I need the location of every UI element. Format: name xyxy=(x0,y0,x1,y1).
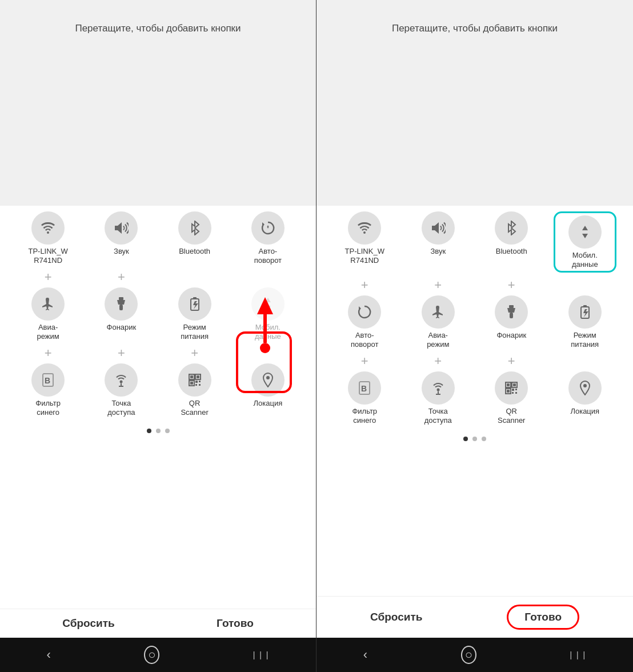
left-btn-bluefilter[interactable]: B Фильтрсинего xyxy=(17,363,79,417)
right-btn-location[interactable]: Локация xyxy=(554,371,616,423)
right-drag-hint-text: Перетащите, чтобы добавить кнопки xyxy=(392,23,558,34)
svg-point-43 xyxy=(583,384,587,387)
svg-rect-41 xyxy=(512,392,514,394)
left-btn-wifi-label: TP-LINK_WR741ND xyxy=(28,247,67,265)
svg-rect-18 xyxy=(199,384,201,386)
left-bottom-bar: Сбросить Готово xyxy=(0,609,316,638)
right-add-slot-1[interactable]: + xyxy=(333,277,396,293)
right-nav-bar: ‹ ○ | | | xyxy=(316,638,633,672)
svg-rect-14 xyxy=(197,375,199,378)
left-btn-flashlight[interactable]: Фонарик xyxy=(90,287,153,339)
right-btn-hotspot-label: Точкадоступа xyxy=(424,407,452,425)
right-home-icon[interactable]: ○ xyxy=(461,646,476,664)
right-add-row-2: + + + xyxy=(328,351,622,371)
svg-rect-20 xyxy=(199,381,201,382)
right-add-slot-3[interactable]: + xyxy=(480,277,543,293)
svg-marker-0 xyxy=(115,222,122,234)
right-drag-hint-area: Перетащите, чтобы добавить кнопки xyxy=(316,0,633,206)
right-btn-flashlight-label: Фонарик xyxy=(496,331,526,340)
svg-rect-25 xyxy=(510,313,513,318)
svg-point-8 xyxy=(120,381,123,383)
flashlight-icon xyxy=(105,287,138,321)
svg-rect-40 xyxy=(515,392,517,394)
right-add-slot-6[interactable]: + xyxy=(407,353,470,369)
left-back-icon[interactable]: ‹ xyxy=(47,647,51,662)
right-phone-panel: Перетащите, чтобы добавить кнопки TP-LIN… xyxy=(316,0,633,672)
left-btn-sound[interactable]: Звук xyxy=(90,211,153,263)
left-row-3: B Фильтрсинего Точкадоступа QRScanner xyxy=(11,363,305,417)
left-add-slot-1[interactable]: + xyxy=(17,269,79,285)
airplane-icon xyxy=(31,287,65,321)
left-reset-button[interactable]: Сбросить xyxy=(62,617,114,630)
right-add-slot-7[interactable]: + xyxy=(480,353,543,369)
right-mobiledata-icon xyxy=(568,215,602,249)
right-btn-qr-label: QRScanner xyxy=(498,407,525,425)
left-recent-icon[interactable]: | | | xyxy=(253,650,270,659)
sound-icon xyxy=(105,211,138,245)
right-dot-2 xyxy=(472,437,477,441)
left-nav-bar: ‹ ○ | | | xyxy=(0,638,316,672)
right-btn-bluefilter[interactable]: B Фильтрсинего xyxy=(333,371,396,425)
svg-point-21 xyxy=(266,376,270,379)
right-back-icon[interactable]: ‹ xyxy=(363,647,367,662)
right-recent-icon[interactable]: | | | xyxy=(570,650,586,659)
autorotate-icon xyxy=(251,211,285,245)
right-add-row-1: + + + xyxy=(328,275,622,295)
hotspot-icon xyxy=(105,363,138,397)
right-bottom-bar: Сбросить Готово xyxy=(316,596,633,638)
right-btn-powersave[interactable]: Режимпитания xyxy=(554,295,616,349)
left-home-icon[interactable]: ○ xyxy=(144,646,159,664)
svg-rect-3 xyxy=(119,305,123,310)
right-btn-hotspot[interactable]: Точкадоступа xyxy=(407,371,470,425)
left-btn-airplane[interactable]: Авиа-режим xyxy=(17,287,79,341)
right-btn-airplane[interactable]: Авиа-режим xyxy=(407,295,470,349)
left-dot-3 xyxy=(165,429,170,433)
right-dots xyxy=(328,427,622,446)
right-btn-autorotate[interactable]: Авто-поворот xyxy=(333,295,396,349)
left-btn-airplane-label: Авиа-режим xyxy=(37,323,59,341)
left-add-slot-6[interactable]: + xyxy=(90,345,153,361)
left-row-2: Авиа-режим Фонарик Режимпитания Мобил.да… xyxy=(11,287,305,341)
left-btn-wifi[interactable]: TP-LINK_WR741ND xyxy=(17,211,79,265)
right-add-slot-2[interactable]: + xyxy=(407,277,470,293)
left-add-slot-8 xyxy=(237,345,299,361)
left-btn-autorotate[interactable]: Авто-поворот xyxy=(237,211,299,265)
svg-text:B: B xyxy=(45,376,50,385)
right-btn-wifi[interactable]: TP-LINK_WR741ND xyxy=(333,211,396,265)
left-btn-location[interactable]: Локация xyxy=(237,363,299,415)
left-drag-hint-area: Перетащите, чтобы добавить кнопки xyxy=(0,0,316,206)
right-done-button[interactable]: Готово xyxy=(507,605,579,630)
svg-rect-12 xyxy=(190,375,193,378)
right-btn-bluetooth[interactable]: Bluetooth xyxy=(480,211,543,263)
right-autorotate-icon xyxy=(348,295,381,329)
left-add-slot-7[interactable]: + xyxy=(163,345,226,361)
right-btn-sound-label: Звук xyxy=(430,247,446,256)
left-add-row-1: + + xyxy=(11,267,305,287)
right-sound-icon xyxy=(422,211,455,245)
right-btn-mobiledata-label: Мобил.данные xyxy=(572,251,598,269)
left-btn-qr[interactable]: QRScanner xyxy=(163,363,226,417)
svg-rect-23 xyxy=(509,305,514,308)
right-btn-sound[interactable]: Звук xyxy=(407,211,470,263)
left-btn-bluetooth[interactable]: Bluetooth xyxy=(163,211,226,263)
left-btn-hotspot[interactable]: Точкадоступа xyxy=(90,363,153,417)
left-done-button[interactable]: Готово xyxy=(217,617,254,630)
right-btn-mobiledata[interactable]: Мобил.данные xyxy=(554,211,616,273)
right-reset-button[interactable]: Сбросить xyxy=(370,611,422,623)
svg-rect-1 xyxy=(119,297,123,300)
svg-rect-39 xyxy=(512,389,514,391)
right-buttons-area: TP-LINK_WR741ND Звук Bluetooth Мобил.дан xyxy=(316,206,633,596)
left-add-slot-2[interactable]: + xyxy=(90,269,153,285)
mobiledata-icon-ghost xyxy=(251,287,285,321)
right-add-slot-5[interactable]: + xyxy=(333,353,396,369)
location-icon xyxy=(251,363,285,397)
right-btn-qr[interactable]: QRScanner xyxy=(480,371,543,425)
right-btn-flashlight[interactable]: Фонарик xyxy=(480,295,543,347)
right-bluefilter-icon: B xyxy=(348,371,381,405)
right-qr-icon xyxy=(495,371,528,405)
svg-rect-42 xyxy=(515,389,517,390)
right-add-slot-4 xyxy=(554,277,616,293)
left-btn-mobiledata-ghost[interactable]: Мобил.данные xyxy=(237,287,299,341)
left-btn-powersave[interactable]: Режимпитания xyxy=(163,287,226,341)
left-add-slot-5[interactable]: + xyxy=(17,345,79,361)
